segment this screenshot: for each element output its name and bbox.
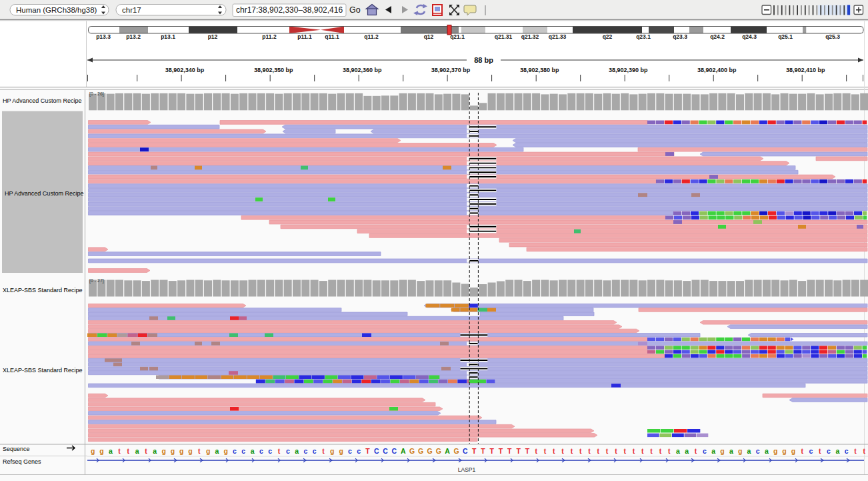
svg-text:c: c: [809, 447, 813, 455]
svg-text:q25.1: q25.1: [778, 33, 793, 40]
svg-text:a: a: [676, 447, 680, 455]
svg-text:g: g: [773, 447, 777, 455]
svg-text:c: c: [703, 447, 707, 455]
svg-text:g: g: [99, 447, 103, 455]
svg-text:Refseq Genes: Refseq Genes: [3, 458, 41, 465]
svg-text:chr17: chr17: [122, 6, 141, 14]
svg-text:c: c: [845, 447, 849, 455]
svg-text:T: T: [507, 447, 512, 455]
svg-text:t: t: [606, 447, 609, 455]
svg-text:c: c: [357, 447, 361, 455]
svg-text:p13.3: p13.3: [96, 33, 111, 40]
svg-text:Sequence: Sequence: [3, 446, 30, 452]
svg-text:38,902,380 bp: 38,902,380 bp: [520, 67, 559, 73]
svg-text:g: g: [179, 447, 183, 455]
svg-text:g: g: [782, 447, 786, 455]
svg-text:t: t: [198, 447, 201, 455]
svg-text:t: t: [571, 447, 573, 455]
svg-text:q23.3: q23.3: [673, 33, 687, 40]
svg-text:g: g: [206, 447, 210, 455]
svg-text:a: a: [295, 447, 299, 455]
svg-text:q21.33: q21.33: [549, 33, 567, 40]
svg-text:q21.31: q21.31: [495, 33, 513, 40]
svg-text:t: t: [553, 447, 555, 455]
svg-text:T: T: [499, 447, 503, 455]
svg-text:c: c: [286, 447, 290, 455]
svg-text:c: c: [259, 447, 263, 455]
svg-text:a: a: [215, 447, 219, 455]
svg-text:G: G: [453, 447, 459, 455]
svg-text:t: t: [127, 447, 130, 455]
svg-text:G: G: [436, 447, 441, 455]
svg-text:g: g: [188, 447, 192, 455]
svg-text:C: C: [392, 447, 397, 455]
svg-text:XLEAP-SBS Standard Recipe: XLEAP-SBS Standard Recipe: [3, 287, 83, 294]
svg-text:t: t: [615, 447, 617, 455]
svg-text:chr17:38,902,330–38,902,416: chr17:38,902,330–38,902,416: [236, 5, 343, 15]
svg-text:t: t: [145, 447, 147, 455]
svg-text:a: a: [251, 447, 255, 455]
svg-text:t: t: [535, 447, 537, 455]
svg-text:t: t: [650, 447, 653, 455]
svg-text:g: g: [223, 447, 227, 455]
svg-text:g: g: [161, 447, 165, 455]
svg-text:a: a: [765, 447, 769, 455]
svg-text:T: T: [481, 447, 485, 455]
svg-text:38,902,340 bp: 38,902,340 bp: [165, 67, 205, 73]
svg-text:G: G: [409, 447, 415, 455]
svg-text:Human (GRCh38/hg38): Human (GRCh38/hg38): [16, 6, 97, 14]
svg-text:T: T: [365, 447, 370, 455]
svg-text:38,902,400 bp: 38,902,400 bp: [697, 67, 737, 73]
svg-text:c: c: [268, 447, 272, 455]
svg-text:q21.32: q21.32: [521, 33, 539, 40]
svg-text:38,902,360 bp: 38,902,360 bp: [343, 67, 382, 73]
svg-text:t: t: [668, 447, 671, 455]
svg-text:HP Advanced Custom Recipe: HP Advanced Custom Recipe: [3, 97, 81, 104]
svg-text:t: t: [801, 447, 803, 455]
svg-text:t: t: [623, 447, 626, 455]
svg-text:HP Advanced Custom Recipe: HP Advanced Custom Recipe: [5, 190, 83, 197]
svg-text:a: a: [729, 447, 733, 455]
svg-text:38,902,370 bp: 38,902,370 bp: [431, 67, 471, 73]
svg-text:g: g: [738, 447, 742, 455]
svg-text:t: t: [641, 447, 644, 455]
svg-text:A: A: [401, 447, 406, 455]
svg-text:Go: Go: [349, 5, 361, 15]
svg-text:a: a: [153, 447, 157, 455]
svg-text:q12: q12: [424, 33, 434, 40]
svg-text:g: g: [91, 447, 95, 455]
svg-text:c: c: [233, 447, 237, 455]
svg-text:g: g: [171, 447, 175, 455]
svg-text:C: C: [374, 447, 379, 455]
svg-text:a: a: [685, 447, 689, 455]
svg-text:c: c: [756, 447, 760, 455]
svg-text:a: a: [835, 447, 839, 455]
svg-text:t: t: [863, 447, 865, 455]
svg-text:p11.1: p11.1: [297, 33, 312, 40]
svg-text:t: t: [579, 447, 582, 455]
svg-text:T: T: [516, 447, 521, 455]
svg-text:t: t: [278, 447, 281, 455]
svg-text:C: C: [383, 447, 388, 455]
svg-text:t: t: [854, 447, 857, 455]
svg-text:c: c: [303, 447, 307, 455]
svg-text:t: t: [544, 447, 547, 455]
svg-text:38,902,350 bp: 38,902,350 bp: [254, 67, 293, 73]
svg-text:c: c: [348, 447, 352, 455]
svg-text:g: g: [720, 447, 724, 455]
svg-text:p12: p12: [208, 33, 218, 40]
svg-text:p13.2: p13.2: [126, 33, 141, 40]
svg-text:q25.3: q25.3: [825, 33, 840, 40]
svg-text:g: g: [330, 447, 334, 455]
svg-text:t: t: [597, 447, 599, 455]
svg-text:t: t: [695, 447, 697, 455]
svg-text:t: t: [819, 447, 821, 455]
svg-text:a: a: [711, 447, 715, 455]
svg-text:[0 - 26]: [0 - 26]: [89, 91, 104, 97]
svg-text:A: A: [445, 447, 450, 455]
svg-text:c: c: [827, 447, 831, 455]
svg-text:q22: q22: [603, 33, 613, 40]
svg-text:p13.1: p13.1: [161, 33, 175, 40]
svg-text:T: T: [472, 447, 477, 455]
svg-text:T: T: [525, 447, 530, 455]
